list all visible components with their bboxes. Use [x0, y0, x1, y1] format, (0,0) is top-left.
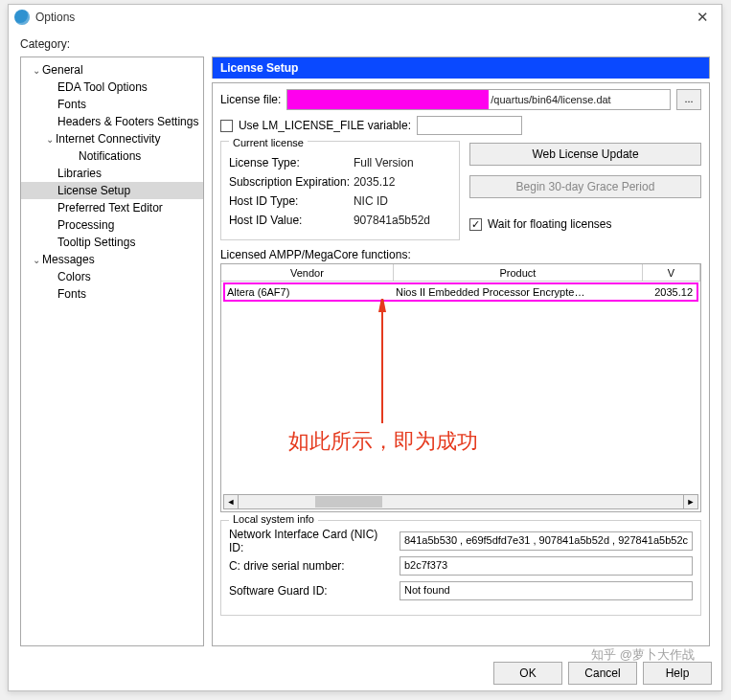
- cell-product: Nios II Embedded Processor Encrypte…: [396, 286, 641, 298]
- tree-item-messages[interactable]: ⌄Messages: [21, 251, 203, 268]
- current-license-group: Current license License Type:Full Versio…: [220, 141, 460, 240]
- horizontal-scrollbar[interactable]: ◄ ►: [223, 494, 698, 509]
- tree-item-fonts[interactable]: Fonts: [21, 96, 203, 113]
- sysinfo-title: Local system info: [229, 513, 318, 525]
- software-guard-label: Software Guard ID:: [229, 584, 394, 598]
- annotation-text: 如此所示，即为成功: [288, 427, 478, 456]
- col-vendor[interactable]: Vendor: [221, 264, 394, 281]
- ok-button[interactable]: OK: [493, 662, 562, 685]
- wait-floating-checkbox[interactable]: [469, 218, 482, 231]
- tree-item-tooltip[interactable]: Tooltip Settings: [21, 234, 203, 251]
- ampp-functions-label: Licensed AMPP/MegaCore functions:: [220, 248, 701, 261]
- ampp-functions-table[interactable]: Vendor Product V Altera (6AF7) Nios II E…: [220, 263, 701, 512]
- category-tree[interactable]: ⌄General EDA Tool Options Fonts Headers …: [20, 56, 204, 646]
- expand-icon[interactable]: ⌄: [31, 255, 42, 265]
- annotation-arrow-icon: [363, 299, 401, 433]
- expiration-value: 2035.12: [354, 175, 395, 189]
- dialog-buttons: OK Cancel Help: [9, 656, 721, 690]
- col-product[interactable]: Product: [394, 264, 643, 281]
- tree-item-internet[interactable]: ⌄Internet Connectivity: [21, 130, 203, 147]
- tree-item-notifications[interactable]: Notifications: [21, 147, 203, 165]
- license-file-path-suffix: /quartus/bin64/license.dat: [489, 94, 610, 105]
- host-id-type-label: Host ID Type:: [229, 194, 354, 208]
- tree-item-headers[interactable]: Headers & Footers Settings: [21, 113, 203, 130]
- table-row[interactable]: Altera (6AF7) Nios II Embedded Processor…: [223, 282, 698, 302]
- license-setup-panel: License Setup License file: /quartus/bin…: [212, 56, 710, 646]
- scroll-thumb[interactable]: [315, 496, 382, 508]
- expand-icon[interactable]: ⌄: [31, 65, 42, 76]
- browse-button[interactable]: ...: [676, 89, 701, 110]
- category-label: Category:: [20, 37, 710, 51]
- host-id-value: 907841a5b52d: [354, 214, 430, 227]
- use-lm-checkbox[interactable]: [220, 120, 233, 132]
- tree-item-eda[interactable]: EDA Tool Options: [21, 79, 203, 96]
- grace-period-button[interactable]: Begin 30-day Grace Period: [469, 175, 701, 198]
- dialog-content: Category: ⌄General EDA Tool Options Font…: [9, 30, 721, 656]
- options-dialog: Options ✕ Category: ⌄General EDA Tool Op…: [8, 4, 722, 691]
- col-version[interactable]: V: [643, 264, 700, 281]
- cell-vendor: Altera (6AF7): [225, 286, 396, 298]
- nic-id-label: Network Interface Card (NIC) ID:: [229, 528, 394, 554]
- c-drive-label: C: drive serial number:: [229, 559, 394, 573]
- current-license-title: Current license: [229, 137, 308, 148]
- lm-license-file-input[interactable]: [417, 116, 522, 135]
- panel-header: License Setup: [212, 56, 710, 79]
- expand-icon[interactable]: ⌄: [44, 134, 56, 145]
- tree-item-libraries[interactable]: Libraries: [21, 165, 203, 182]
- tree-item-processing[interactable]: Processing: [21, 216, 203, 234]
- host-id-value-label: Host ID Value:: [229, 214, 354, 227]
- c-drive-value[interactable]: b2c7f373: [400, 556, 693, 576]
- titlebar: Options ✕: [9, 5, 721, 30]
- scroll-track[interactable]: [239, 494, 683, 509]
- expiration-label: Subscription Expiration:: [229, 175, 354, 189]
- tree-item-general[interactable]: ⌄General: [21, 61, 203, 79]
- window-title: Options: [35, 11, 75, 24]
- web-license-update-button[interactable]: Web License Update: [469, 143, 701, 166]
- wait-floating-label: Wait for floating licenses: [488, 217, 612, 231]
- scroll-right-button[interactable]: ►: [683, 494, 698, 509]
- host-id-type-value: NIC ID: [354, 194, 388, 208]
- local-system-info-group: Local system info Network Interface Card…: [220, 520, 701, 616]
- license-type-label: License Type:: [229, 156, 354, 169]
- nic-id-value[interactable]: 841a5b530 , e69f5dfd7e31 , 907841a5b52d …: [400, 531, 693, 551]
- license-type-value: Full Version: [354, 156, 414, 169]
- help-button[interactable]: Help: [643, 662, 712, 685]
- table-header: Vendor Product V: [221, 264, 700, 282]
- cell-version: 2035.12: [641, 286, 697, 298]
- app-icon: [14, 10, 30, 25]
- license-file-input[interactable]: /quartus/bin64/license.dat: [286, 89, 671, 110]
- tree-item-preferred-editor[interactable]: Preferred Text Editor: [21, 199, 203, 216]
- use-lm-label: Use LM_LICENSE_FILE variable:: [239, 119, 411, 132]
- tree-item-fonts-messages[interactable]: Fonts: [21, 285, 203, 303]
- redacted-path: [287, 90, 489, 109]
- license-file-label: License file:: [220, 93, 281, 106]
- tree-item-license-setup[interactable]: License Setup: [21, 182, 203, 199]
- cancel-button[interactable]: Cancel: [568, 662, 637, 685]
- tree-item-colors[interactable]: Colors: [21, 268, 203, 285]
- scroll-left-button[interactable]: ◄: [223, 494, 239, 509]
- software-guard-value[interactable]: Not found: [400, 581, 693, 600]
- window-close-button[interactable]: ✕: [683, 9, 721, 26]
